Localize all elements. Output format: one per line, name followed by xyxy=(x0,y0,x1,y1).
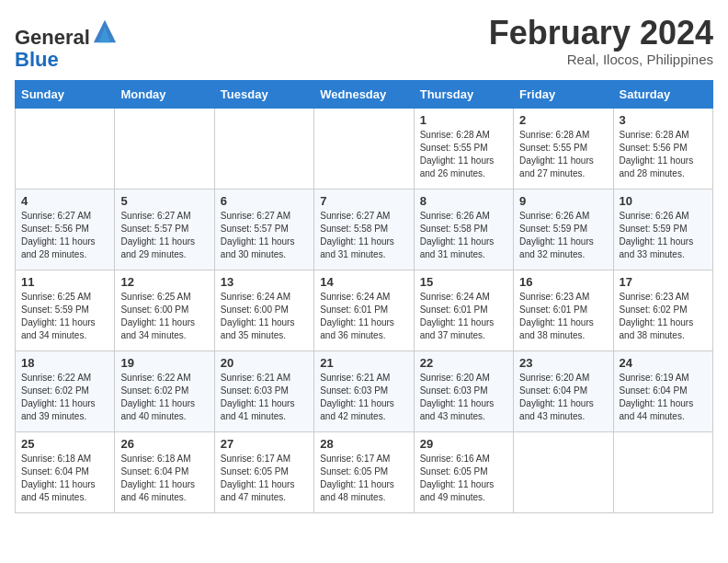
logo-general: General xyxy=(15,26,90,49)
day-info: Sunrise: 6:23 AMSunset: 6:02 PMDaylight:… xyxy=(620,291,707,342)
calendar-cell: 17Sunrise: 6:23 AMSunset: 6:02 PMDayligh… xyxy=(613,270,712,351)
day-number: 25 xyxy=(21,437,108,451)
calendar-week-3: 11Sunrise: 6:25 AMSunset: 5:59 PMDayligh… xyxy=(16,270,713,351)
day-info: Sunrise: 6:22 AMSunset: 6:02 PMDaylight:… xyxy=(21,372,108,423)
day-number: 10 xyxy=(620,194,707,208)
day-info: Sunrise: 6:24 AMSunset: 6:01 PMDaylight:… xyxy=(420,291,507,342)
calendar-cell xyxy=(16,109,115,190)
day-info: Sunrise: 6:17 AMSunset: 6:05 PMDaylight:… xyxy=(221,453,308,504)
calendar-cell: 16Sunrise: 6:23 AMSunset: 6:01 PMDayligh… xyxy=(514,270,613,351)
calendar-cell: 12Sunrise: 6:25 AMSunset: 6:00 PMDayligh… xyxy=(115,270,214,351)
calendar-cell: 22Sunrise: 6:20 AMSunset: 6:03 PMDayligh… xyxy=(414,351,513,432)
location-subtitle: Real, Ilocos, Philippines xyxy=(489,52,713,67)
calendar-cell: 11Sunrise: 6:25 AMSunset: 5:59 PMDayligh… xyxy=(16,270,115,351)
calendar-cell xyxy=(314,109,414,190)
day-info: Sunrise: 6:27 AMSunset: 5:56 PMDaylight:… xyxy=(21,210,108,261)
calendar-cell: 18Sunrise: 6:22 AMSunset: 6:02 PMDayligh… xyxy=(16,351,115,432)
weekday-header-thursday: Thursday xyxy=(414,81,513,109)
calendar-cell: 25Sunrise: 6:18 AMSunset: 6:04 PMDayligh… xyxy=(16,432,115,513)
title-area: February 2024 Real, Ilocos, Philippines xyxy=(489,15,713,67)
day-number: 15 xyxy=(420,275,507,289)
logo-icon xyxy=(92,18,118,44)
calendar-cell: 23Sunrise: 6:20 AMSunset: 6:04 PMDayligh… xyxy=(514,351,613,432)
day-info: Sunrise: 6:28 AMSunset: 5:55 PMDaylight:… xyxy=(519,129,607,180)
calendar-cell: 10Sunrise: 6:26 AMSunset: 5:59 PMDayligh… xyxy=(613,190,712,270)
weekday-header-monday: Monday xyxy=(115,81,214,109)
calendar-cell: 28Sunrise: 6:17 AMSunset: 6:05 PMDayligh… xyxy=(314,432,414,513)
calendar-cell xyxy=(514,432,613,513)
calendar-cell: 26Sunrise: 6:18 AMSunset: 6:04 PMDayligh… xyxy=(115,432,214,513)
logo: General Blue xyxy=(15,18,118,71)
day-number: 11 xyxy=(21,275,108,289)
day-number: 14 xyxy=(320,275,407,289)
calendar-cell: 13Sunrise: 6:24 AMSunset: 6:00 PMDayligh… xyxy=(214,270,313,351)
day-number: 18 xyxy=(21,356,108,370)
calendar-cell: 1Sunrise: 6:28 AMSunset: 5:55 PMDaylight… xyxy=(414,109,513,190)
day-number: 28 xyxy=(320,437,407,451)
calendar-week-4: 18Sunrise: 6:22 AMSunset: 6:02 PMDayligh… xyxy=(16,351,713,432)
day-info: Sunrise: 6:25 AMSunset: 6:00 PMDaylight:… xyxy=(120,291,208,342)
day-number: 26 xyxy=(120,437,208,451)
day-info: Sunrise: 6:21 AMSunset: 6:03 PMDaylight:… xyxy=(320,372,407,423)
day-info: Sunrise: 6:18 AMSunset: 6:04 PMDaylight:… xyxy=(21,453,108,504)
calendar-cell: 20Sunrise: 6:21 AMSunset: 6:03 PMDayligh… xyxy=(214,351,313,432)
calendar-cell: 2Sunrise: 6:28 AMSunset: 5:55 PMDaylight… xyxy=(514,109,613,190)
calendar-cell: 8Sunrise: 6:26 AMSunset: 5:58 PMDaylight… xyxy=(414,190,513,270)
day-number: 1 xyxy=(420,113,507,127)
day-info: Sunrise: 6:23 AMSunset: 6:01 PMDaylight:… xyxy=(519,291,607,342)
day-info: Sunrise: 6:20 AMSunset: 6:03 PMDaylight:… xyxy=(420,372,507,423)
day-info: Sunrise: 6:27 AMSunset: 5:58 PMDaylight:… xyxy=(320,210,407,261)
weekday-header-friday: Friday xyxy=(514,81,613,109)
day-info: Sunrise: 6:28 AMSunset: 5:55 PMDaylight:… xyxy=(420,129,507,180)
day-info: Sunrise: 6:16 AMSunset: 6:05 PMDaylight:… xyxy=(420,453,507,504)
day-number: 2 xyxy=(519,113,607,127)
day-number: 27 xyxy=(221,437,308,451)
calendar-week-5: 25Sunrise: 6:18 AMSunset: 6:04 PMDayligh… xyxy=(16,432,713,513)
day-number: 9 xyxy=(519,194,607,208)
day-number: 21 xyxy=(320,356,407,370)
day-number: 4 xyxy=(21,194,108,208)
day-info: Sunrise: 6:26 AMSunset: 5:58 PMDaylight:… xyxy=(420,210,507,261)
day-info: Sunrise: 6:24 AMSunset: 6:00 PMDaylight:… xyxy=(221,291,308,342)
day-number: 24 xyxy=(620,356,707,370)
day-number: 22 xyxy=(420,356,507,370)
weekday-header-wednesday: Wednesday xyxy=(314,81,414,109)
calendar-cell: 7Sunrise: 6:27 AMSunset: 5:58 PMDaylight… xyxy=(314,190,414,270)
calendar-cell xyxy=(613,432,712,513)
day-number: 5 xyxy=(120,194,208,208)
calendar-cell: 21Sunrise: 6:21 AMSunset: 6:03 PMDayligh… xyxy=(314,351,414,432)
day-number: 23 xyxy=(519,356,607,370)
calendar-cell xyxy=(115,109,214,190)
calendar-table: SundayMondayTuesdayWednesdayThursdayFrid… xyxy=(15,80,713,513)
day-number: 12 xyxy=(120,275,208,289)
calendar-cell: 24Sunrise: 6:19 AMSunset: 6:04 PMDayligh… xyxy=(613,351,712,432)
calendar-cell: 3Sunrise: 6:28 AMSunset: 5:56 PMDaylight… xyxy=(613,109,712,190)
day-info: Sunrise: 6:19 AMSunset: 6:04 PMDaylight:… xyxy=(620,372,707,423)
day-number: 19 xyxy=(120,356,208,370)
day-info: Sunrise: 6:24 AMSunset: 6:01 PMDaylight:… xyxy=(320,291,407,342)
weekday-header-saturday: Saturday xyxy=(613,81,712,109)
day-info: Sunrise: 6:21 AMSunset: 6:03 PMDaylight:… xyxy=(221,372,308,423)
day-info: Sunrise: 6:27 AMSunset: 5:57 PMDaylight:… xyxy=(221,210,308,261)
calendar-cell: 9Sunrise: 6:26 AMSunset: 5:59 PMDaylight… xyxy=(514,190,613,270)
calendar-cell: 6Sunrise: 6:27 AMSunset: 5:57 PMDaylight… xyxy=(214,190,313,270)
day-info: Sunrise: 6:27 AMSunset: 5:57 PMDaylight:… xyxy=(120,210,208,261)
calendar-cell: 5Sunrise: 6:27 AMSunset: 5:57 PMDaylight… xyxy=(115,190,214,270)
day-number: 7 xyxy=(320,194,407,208)
day-number: 13 xyxy=(221,275,308,289)
page-header: General Blue February 2024 Real, Ilocos,… xyxy=(15,15,713,71)
calendar-cell: 29Sunrise: 6:16 AMSunset: 6:05 PMDayligh… xyxy=(414,432,513,513)
day-number: 16 xyxy=(519,275,607,289)
day-info: Sunrise: 6:26 AMSunset: 5:59 PMDaylight:… xyxy=(620,210,707,261)
day-info: Sunrise: 6:26 AMSunset: 5:59 PMDaylight:… xyxy=(519,210,607,261)
calendar-week-2: 4Sunrise: 6:27 AMSunset: 5:56 PMDaylight… xyxy=(16,190,713,270)
calendar-week-1: 1Sunrise: 6:28 AMSunset: 5:55 PMDaylight… xyxy=(16,109,713,190)
day-number: 17 xyxy=(620,275,707,289)
day-info: Sunrise: 6:17 AMSunset: 6:05 PMDaylight:… xyxy=(320,453,407,504)
day-number: 6 xyxy=(221,194,308,208)
day-number: 8 xyxy=(420,194,507,208)
day-info: Sunrise: 6:22 AMSunset: 6:02 PMDaylight:… xyxy=(120,372,208,423)
calendar-cell xyxy=(214,109,313,190)
month-title: February 2024 xyxy=(489,15,713,52)
day-number: 3 xyxy=(620,113,707,127)
